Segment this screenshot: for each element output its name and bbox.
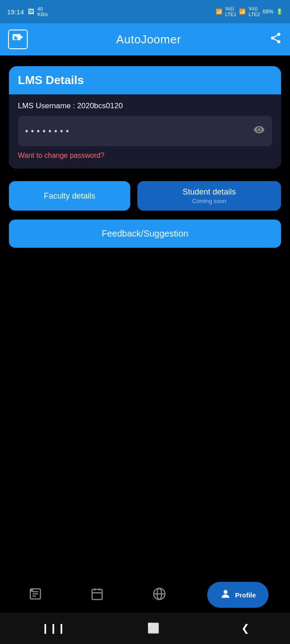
news-icon xyxy=(29,587,42,602)
svg-rect-12 xyxy=(30,589,33,592)
status-right: 📶 Vo))LTE1 📶 Vo))LTE2 66% 🔋 xyxy=(216,6,283,17)
signal-text: Vo))LTE1 xyxy=(225,6,236,17)
nav-item-globe[interactable] xyxy=(145,584,173,606)
app-logo-icon[interactable] xyxy=(8,30,28,49)
lms-card-title: LMS Details xyxy=(18,73,84,87)
svg-point-3 xyxy=(277,33,281,36)
profile-label: Profile xyxy=(235,591,256,599)
faculty-details-button[interactable]: Faculty details xyxy=(9,181,130,211)
data-speed: 40KB/s xyxy=(38,6,48,17)
svg-marker-1 xyxy=(21,35,23,39)
change-password-link[interactable]: Want to change password? xyxy=(18,152,272,160)
back-button[interactable]: ❮ xyxy=(241,623,249,634)
details-buttons-row: Faculty details Student details Coming s… xyxy=(9,181,281,211)
wifi-icon: 📶 xyxy=(216,8,222,15)
battery-icon: 🔋 xyxy=(276,8,283,15)
photo-icon: 🖼 xyxy=(28,8,34,15)
lms-card-header: LMS Details xyxy=(9,66,281,94)
signal-text-2: Vo))LTE2 xyxy=(248,6,260,17)
svg-line-6 xyxy=(274,38,277,41)
nav-item-calendar[interactable] xyxy=(83,584,111,606)
recents-button[interactable]: ❙❙❙ xyxy=(41,623,65,634)
student-details-button[interactable]: Student details Coming soon xyxy=(137,181,281,211)
svg-line-7 xyxy=(274,35,277,37)
student-coming-soon-label: Coming soon xyxy=(142,198,277,204)
system-nav-bar: ❙❙❙ ⬜ ❮ xyxy=(0,613,290,644)
bottom-nav: Profile xyxy=(0,577,290,613)
lms-username: LMS Username : 2020bcs0120 xyxy=(18,102,272,110)
nav-item-news[interactable] xyxy=(21,584,49,606)
feedback-suggestion-button[interactable]: Feedback/Suggestion xyxy=(9,220,281,248)
svg-point-5 xyxy=(277,40,281,43)
status-left: 19:14 🖼 40KB/s xyxy=(7,6,48,17)
lms-card: LMS Details LMS Username : 2020bcs0120 •… xyxy=(9,66,281,169)
app-bar: AutoJoomer xyxy=(0,23,290,55)
main-content: LMS Details LMS Username : 2020bcs0120 •… xyxy=(0,55,290,248)
share-icon[interactable] xyxy=(269,32,282,47)
battery-percent: 66% xyxy=(263,8,273,15)
student-details-label: Student details xyxy=(183,187,236,196)
password-dots: •••••••• xyxy=(25,126,253,136)
home-button[interactable]: ⬜ xyxy=(147,623,159,634)
eye-icon[interactable] xyxy=(253,124,265,138)
status-time: 19:14 xyxy=(7,8,24,16)
svg-rect-13 xyxy=(92,589,102,600)
profile-icon xyxy=(220,588,231,602)
signal-icon-2: 📶 xyxy=(239,8,246,15)
svg-point-20 xyxy=(224,590,228,594)
calendar-icon xyxy=(90,587,104,602)
globe-icon xyxy=(153,587,166,602)
lms-card-body: LMS Username : 2020bcs0120 •••••••• Want… xyxy=(9,94,281,169)
status-bar: 19:14 🖼 40KB/s 📶 Vo))LTE1 📶 Vo))LTE2 66%… xyxy=(0,0,290,23)
password-field[interactable]: •••••••• xyxy=(18,116,272,146)
nav-item-profile[interactable]: Profile xyxy=(207,582,269,608)
app-title: AutoJoomer xyxy=(116,33,181,47)
svg-point-4 xyxy=(271,36,274,39)
